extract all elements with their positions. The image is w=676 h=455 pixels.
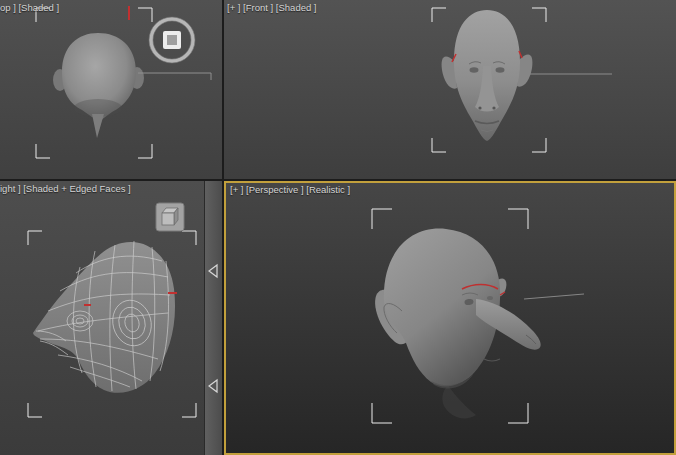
head-perspective-view <box>375 229 541 419</box>
viewport-perspective[interactable]: [+ ] [Perspective ] [Realistic ] <box>224 181 676 455</box>
viewport-front-label[interactable]: [+ ] [Front ] [Shaded ] <box>227 2 317 13</box>
viewport-front-canvas <box>224 0 676 179</box>
head-front-view <box>442 10 533 141</box>
viewport-right[interactable]: ight ] [Shaded + Edged Faces ] <box>0 181 204 455</box>
head-top-view <box>53 33 144 138</box>
layout-tab-arrow-icon[interactable] <box>209 265 217 277</box>
head-right-view <box>33 241 175 393</box>
viewport-top[interactable]: op ] [Shaded ] <box>0 0 222 179</box>
viewport-front[interactable]: [+ ] [Front ] [Shaded ] <box>224 0 676 179</box>
viewport-perspective-canvas <box>226 183 674 453</box>
helper-line <box>138 73 211 80</box>
viewport-perspective-label[interactable]: [+ ] [Perspective ] [Realistic ] <box>230 184 350 195</box>
tab-strip-canvas <box>205 181 223 455</box>
cube-button[interactable] <box>156 203 184 231</box>
layout-tab-arrow-icon[interactable] <box>209 380 217 392</box>
viewport-top-canvas <box>0 0 222 179</box>
viewport-right-label[interactable]: ight ] [Shaded + Edged Faces ] <box>0 183 131 194</box>
viewport-grid: op ] [Shaded ] <box>0 0 676 455</box>
viewport-top-label[interactable]: op ] [Shaded ] <box>0 2 59 13</box>
helper-line <box>524 294 584 299</box>
viewport-right-canvas <box>0 181 204 455</box>
viewport-layout-tab-strip[interactable] <box>204 181 222 455</box>
rotation-ring-gizmo[interactable] <box>149 17 195 63</box>
